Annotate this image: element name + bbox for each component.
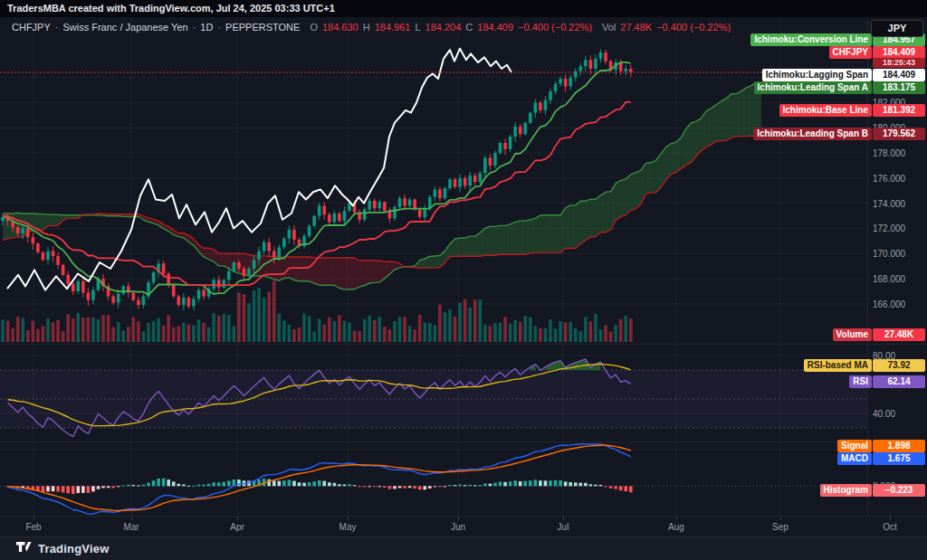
lagging-span-pill: Ichimoku:Lagging Span 184.409 [762, 69, 925, 81]
legend-separator: · [55, 22, 59, 33]
time-axis[interactable]: FebMarAprMayJunJulAugSepOct [0, 516, 927, 536]
legend-exchange: PEPPERSTONE [225, 22, 300, 33]
lagging-span-value: 184.409 [873, 69, 925, 81]
bottom-toolbar: TradingView [0, 536, 927, 560]
conversion-line-label: Ichimoku:Conversion Line [750, 33, 872, 46]
rsi-label: RSI [849, 375, 872, 388]
leading-span-b-label: Ichimoku:Leading Span B [753, 128, 872, 140]
time-axis-tick [348, 517, 349, 520]
time-axis-tick [131, 517, 132, 520]
legend-separator: · [217, 22, 221, 33]
last-price-value: 184.409 [873, 46, 925, 58]
time-axis-tick [563, 517, 564, 520]
rsi-ma-pill: RSI-based MA 73.92 [804, 359, 925, 372]
leading-span-b-pill: Ichimoku:Leading Span B 179.562 [753, 128, 925, 140]
histogram-pill: Histogram −0.223 [820, 484, 925, 497]
time-axis-month-label: Aug [668, 522, 684, 532]
lagging-span-label: Ichimoku:Lagging Span [762, 69, 872, 81]
time-axis-month-label: Jul [558, 522, 569, 532]
volume-pill-label: Volume [833, 328, 872, 341]
legend-description: Swiss Franc / Japanese Yen [62, 22, 187, 33]
pane-separator-rsi-macd[interactable] [0, 441, 927, 442]
axis-tick-label: 170.000 [873, 249, 905, 259]
time-axis-tick [780, 517, 781, 520]
signal-label: Signal [837, 440, 872, 452]
leading-span-a-pill: Ichimoku:Leading Span A 183.175 [754, 81, 925, 94]
open-label: O [310, 22, 318, 33]
axis-tick-label: 172.000 [873, 223, 905, 233]
time-axis-tick [458, 517, 459, 520]
volume-pill-value: 27.48K [873, 328, 925, 341]
volume-value: 27.48K [620, 22, 652, 33]
tradingview-brand-text[interactable]: TradingView [38, 542, 110, 555]
base-line-label: Ichimoku:Base Line [779, 104, 872, 117]
legend-separator: · [193, 22, 196, 33]
macd-value: 1.675 [873, 452, 925, 465]
close-value: 184.409 [477, 22, 513, 33]
attribution-bar: TradersMBA created with TradingView.com,… [0, 0, 927, 17]
symbol-legend[interactable]: CHFJPY · Swiss Franc / Japanese Yen · 1D… [12, 21, 731, 33]
base-line-pill: Ichimoku:Base Line 181.392 [779, 104, 925, 117]
low-label: L [415, 22, 420, 33]
close-label: C [465, 22, 473, 33]
axis-tick-label: 40.00 [873, 409, 895, 419]
time-axis-month-label: Jun [451, 522, 465, 532]
rsi-ma-label: RSI-based MA [804, 359, 872, 372]
tradingview-chart-window: TradersMBA created with TradingView.com,… [0, 0, 927, 560]
attribution-text: TradersMBA created with TradingView.com,… [7, 3, 335, 14]
time-axis-tick [33, 517, 34, 520]
volume-change-value: −0.400 (−0.22%) [656, 22, 731, 33]
leading-span-a-value: 183.175 [873, 81, 925, 94]
axis-tick-label: 178.000 [873, 148, 905, 158]
leading-span-a-label: Ichimoku:Leading Span A [754, 81, 872, 94]
time-axis-tick [890, 517, 891, 520]
signal-pill: Signal 1.898 [837, 440, 925, 452]
time-axis-month-label: Oct [883, 522, 897, 532]
rsi-ma-value: 73.92 [873, 359, 925, 372]
low-value: 184.204 [425, 22, 462, 33]
chart-canvas[interactable] [0, 17, 867, 536]
open-value: 184.630 [322, 22, 358, 33]
macd-label: MACD [837, 452, 872, 465]
high-value: 184.961 [375, 22, 411, 33]
macd-pill: MACD 1.675 [837, 452, 925, 465]
base-line-value: 181.392 [873, 104, 925, 117]
volume-label: Vol [602, 22, 616, 33]
legend-symbol[interactable]: CHFJPY [12, 22, 51, 33]
symbol-price-pill: CHFJPY 184.409 18:25:43 [829, 46, 925, 68]
axis-tick-label: 174.000 [873, 199, 905, 209]
currency-toggle-button[interactable]: JPY [871, 20, 923, 37]
pane-separator-volume-rsi[interactable] [0, 344, 927, 345]
volume-pill: Volume 27.48K [833, 328, 925, 341]
time-axis-month-label: Sep [772, 522, 788, 532]
axis-tick-label: 168.000 [873, 274, 905, 284]
change-value: −0.400 (−0.22%) [518, 22, 592, 33]
signal-value: 1.898 [873, 440, 925, 452]
time-axis-month-label: Feb [25, 522, 41, 532]
histogram-value: −0.223 [873, 484, 925, 497]
time-axis-month-label: Apr [230, 522, 244, 532]
time-axis-tick [676, 517, 677, 520]
time-axis-tick [237, 517, 238, 520]
leading-span-b-value: 179.562 [873, 128, 925, 140]
symbol-price-label: CHFJPY [829, 46, 872, 59]
time-axis-month-label: May [339, 522, 357, 532]
axis-tick-label: 176.000 [873, 174, 905, 184]
tradingview-logo-icon[interactable] [16, 542, 32, 555]
high-label: H [363, 22, 370, 33]
histogram-label: Histogram [820, 484, 872, 497]
bar-countdown: 18:25:43 [873, 58, 925, 68]
time-axis-month-label: Mar [123, 522, 139, 532]
axis-tick-label: 166.000 [873, 299, 905, 309]
legend-timeframe[interactable]: 1D [200, 22, 213, 33]
rsi-pill: RSI 62.14 [849, 375, 925, 388]
rsi-value: 62.14 [873, 375, 925, 388]
